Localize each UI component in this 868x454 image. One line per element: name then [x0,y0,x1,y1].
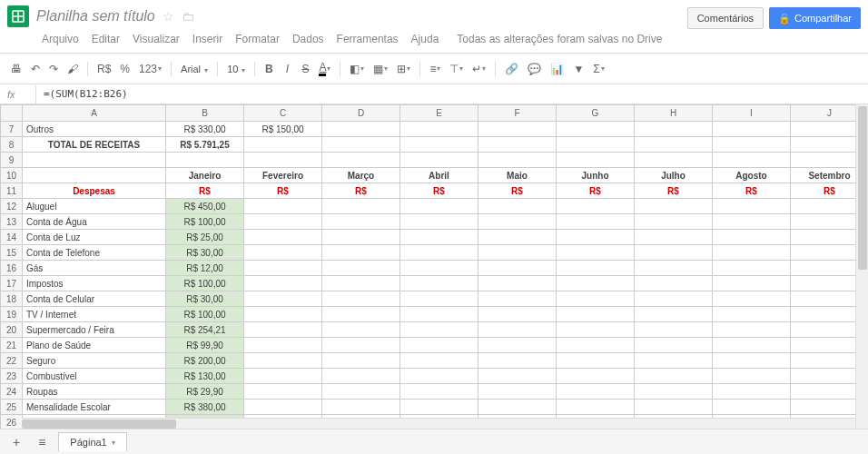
menu-inserir[interactable]: Inserir [187,31,228,47]
row-header[interactable]: 19 [1,307,23,322]
italic-button[interactable]: I [279,59,295,79]
cell[interactable]: R$ [244,183,322,199]
col-header-I[interactable]: I [713,105,791,122]
row-header[interactable]: 7 [1,122,23,137]
chart-icon[interactable]: 📊 [547,59,567,79]
cell[interactable]: Maio [478,168,557,183]
cell[interactable]: Conta de Água [23,214,166,230]
cell[interactable]: R$ 5.791,25 [166,137,244,153]
cell[interactable]: R$ 130,00 [166,369,244,384]
wrap-icon[interactable]: ↵▾ [469,59,489,79]
add-sheet-button[interactable]: + [7,433,25,451]
currency-button[interactable]: R$ [94,59,114,79]
cell[interactable]: R$ 330,00 [166,122,244,137]
font-select[interactable]: Arial ▾ [177,64,212,74]
doc-title[interactable]: Planilha sem título [36,8,155,25]
cell[interactable]: R$ 100,00 [166,307,244,322]
cell[interactable]: R$ 25,00 [166,230,244,245]
row-header[interactable]: 14 [1,230,23,245]
filter-icon[interactable]: ▼ [569,59,587,79]
row-header[interactable]: 26 [1,415,23,430]
row-header[interactable]: 13 [1,214,23,230]
row-header[interactable]: 12 [1,199,23,214]
cell[interactable]: R$ 12,00 [166,261,244,276]
borders-icon[interactable]: ▦▾ [370,59,391,79]
cell[interactable]: R$ 450,00 [166,199,244,214]
share-button[interactable]: 🔒Compartilhar [769,7,861,29]
star-icon[interactable]: ☆ [163,9,174,24]
menu-editar[interactable]: Editar [86,31,125,47]
cell[interactable]: R$ 150,00 [244,122,322,137]
all-sheets-button[interactable]: ≡ [33,433,51,451]
cell[interactable]: R$ 99,90 [166,338,244,353]
formula-bar[interactable]: =(SUM(B12:B26) [36,84,868,104]
cell[interactable]: R$ [478,183,557,199]
cell[interactable]: Combustível [23,369,166,384]
row-header[interactable]: 17 [1,276,23,291]
comment-icon[interactable]: 💬 [524,59,545,79]
paint-format-icon[interactable]: 🖌 [64,59,82,79]
row-header[interactable]: 25 [1,400,23,415]
cell[interactable]: R$ 380,00 [166,400,244,415]
strike-button[interactable]: S [297,59,313,79]
col-header-A[interactable]: A [23,105,166,122]
col-header-C[interactable]: C [244,105,322,122]
print-icon[interactable]: 🖶 [7,59,25,79]
col-header-H[interactable]: H [635,105,713,122]
cell[interactable]: Janeiro [166,168,244,183]
vertical-scrollbar[interactable] [855,104,868,431]
cell[interactable]: R$ 29,90 [166,384,244,400]
cell[interactable]: R$ [557,183,635,199]
number-format-button[interactable]: 123▾ [135,59,165,79]
cell[interactable]: Fevereiro [244,168,322,183]
col-header-B[interactable]: B [166,105,244,122]
menu-ajuda[interactable]: Ajuda [406,31,445,47]
merge-icon[interactable]: ⊞▾ [393,59,414,79]
menu-visualizar[interactable]: Visualizar [127,31,185,47]
cell[interactable]: Abril [400,168,478,183]
cell[interactable]: TOTAL DE RECEITAS [23,137,166,153]
undo-icon[interactable]: ↶ [27,59,44,79]
cell[interactable]: Março [322,168,400,183]
cell[interactable]: Despesas [23,183,166,199]
font-size[interactable]: 10 ▾ [223,64,249,74]
cell[interactable]: Junho [557,168,635,183]
row-header[interactable]: 9 [1,153,23,168]
menu-ferramentas[interactable]: Ferramentas [331,31,404,47]
col-header-F[interactable]: F [478,105,557,122]
cell[interactable]: R$ [713,183,791,199]
row-header[interactable]: 16 [1,261,23,276]
cell[interactable]: R$ 254,21 [166,322,244,338]
cell[interactable]: Roupas [23,384,166,400]
sheet-tab[interactable]: Página1▾ [58,432,126,451]
comments-button[interactable]: Comentários [687,7,764,29]
row-header[interactable]: 15 [1,245,23,261]
cell[interactable]: Conta de Celular [23,291,166,307]
row-header[interactable]: 11 [1,183,23,199]
cell[interactable]: Mensalidade Escolar [23,400,166,415]
cell[interactable]: R$ [166,183,244,199]
row-header[interactable]: 18 [1,291,23,307]
cell[interactable]: Gás [23,261,166,276]
cell[interactable]: R$ 200,00 [166,353,244,369]
link-icon[interactable]: 🔗 [501,59,522,79]
percent-button[interactable]: % [116,59,133,79]
fill-color-icon[interactable]: ◧▾ [346,59,368,79]
menu-formatar[interactable]: Formatar [230,31,285,47]
cell[interactable]: R$ [400,183,478,199]
col-header-E[interactable]: E [400,105,478,122]
cell[interactable]: R$ 30,00 [166,245,244,261]
row-header[interactable]: 24 [1,384,23,400]
redo-icon[interactable]: ↷ [45,59,62,79]
col-header-G[interactable]: G [557,105,635,122]
cell[interactable]: R$ 100,00 [166,276,244,291]
cell[interactable]: Conta de Telefone [23,245,166,261]
text-color-button[interactable]: A▾ [315,57,334,80]
cell[interactable]: Agosto [713,168,791,183]
cell[interactable]: R$ 100,00 [166,214,244,230]
row-header[interactable]: 22 [1,353,23,369]
bold-button[interactable]: B [261,59,277,79]
row-header[interactable]: 8 [1,137,23,153]
cell[interactable]: Conta de Luz [23,230,166,245]
cell[interactable]: Aluguel [23,199,166,214]
